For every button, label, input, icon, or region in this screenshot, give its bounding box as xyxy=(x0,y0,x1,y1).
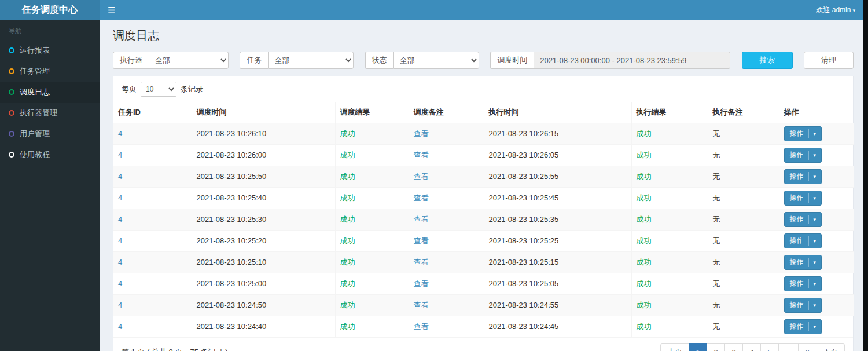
trigger-result-cell: 成功 xyxy=(335,166,409,187)
column-header: 执行时间 xyxy=(484,102,631,123)
page-button-1[interactable]: 1 xyxy=(689,343,707,351)
executor-filter-select[interactable]: 全部 xyxy=(149,52,229,69)
row-action-button[interactable]: 操作 ▾ xyxy=(784,298,822,313)
top-navbar: ☰ 欢迎 admin▾ xyxy=(100,0,863,20)
chevron-down-icon: ▾ xyxy=(814,238,816,244)
job-id-link[interactable]: 4 xyxy=(118,301,122,309)
button-divider xyxy=(808,279,809,288)
table-row: 4 2021-08-23 10:25:40 成功 查看 2021-08-23 1… xyxy=(113,187,854,209)
row-action-label: 操作 xyxy=(790,171,804,181)
row-action-button[interactable]: 操作 ▾ xyxy=(784,319,822,334)
job-id-link[interactable]: 4 xyxy=(118,236,122,245)
sidebar-item-用户管理[interactable]: 用户管理 xyxy=(0,123,100,144)
view-remark-link[interactable]: 查看 xyxy=(414,172,429,181)
handle-result-cell: 成功 xyxy=(631,230,708,251)
sidebar-item-label: 使用教程 xyxy=(20,149,50,160)
row-action-button[interactable]: 操作 ▾ xyxy=(784,276,822,291)
time-range-input[interactable] xyxy=(534,52,730,69)
page-button-5[interactable]: 5 xyxy=(760,343,779,351)
job-filter-select[interactable]: 全部 xyxy=(268,52,354,69)
page-size-control: 每页 10 条记录 xyxy=(113,76,853,102)
sidebar-item-运行报表[interactable]: 运行报表 xyxy=(0,40,100,61)
job-id-link[interactable]: 4 xyxy=(118,151,122,159)
job-id-link[interactable]: 4 xyxy=(118,193,122,202)
row-action-button[interactable]: 操作 ▾ xyxy=(784,148,822,163)
chevron-down-icon: ▾ xyxy=(814,217,816,222)
row-action-label: 操作 xyxy=(790,257,804,267)
view-remark-link[interactable]: 查看 xyxy=(414,258,429,266)
handle-remark-cell: 无 xyxy=(708,230,779,251)
table-row: 4 2021-08-23 10:25:20 成功 查看 2021-08-23 1… xyxy=(113,230,854,251)
user-menu[interactable]: 欢迎 admin▾ xyxy=(816,5,855,15)
handle-time-cell: 2021-08-23 10:24:55 xyxy=(484,294,631,316)
column-header: 调度时间 xyxy=(192,102,335,123)
row-action-button[interactable]: 操作 ▾ xyxy=(784,169,822,184)
sidebar: 导航 运行报表 任务管理 调度日志 执行器管理 用户管理 使用教程 xyxy=(0,20,100,351)
table-row: 4 2021-08-23 10:24:50 成功 查看 2021-08-23 1… xyxy=(113,294,854,316)
job-id-link[interactable]: 4 xyxy=(118,129,122,138)
handle-time-cell: 2021-08-23 10:26:15 xyxy=(484,123,631,144)
table-row: 4 2021-08-23 10:25:10 成功 查看 2021-08-23 1… xyxy=(113,251,854,273)
job-id-link[interactable]: 4 xyxy=(118,215,122,224)
row-action-button[interactable]: 操作 ▾ xyxy=(784,191,822,206)
executor-filter-label: 执行器 xyxy=(113,52,149,69)
view-remark-link[interactable]: 查看 xyxy=(414,151,429,159)
column-header: 操作 xyxy=(779,102,854,123)
search-button[interactable]: 搜索 xyxy=(742,52,793,69)
job-id-link[interactable]: 4 xyxy=(118,258,122,266)
page-button-下页[interactable]: 下页 xyxy=(816,343,845,351)
chevron-down-icon: ▾ xyxy=(814,259,816,265)
trigger-time-cell: 2021-08-23 10:25:20 xyxy=(192,230,335,251)
view-remark-link[interactable]: 查看 xyxy=(414,322,429,331)
view-remark-link[interactable]: 查看 xyxy=(414,129,429,138)
page-button-8[interactable]: 8 xyxy=(798,343,816,351)
handle-result-cell: 成功 xyxy=(631,209,708,230)
status-filter-select[interactable]: 全部 xyxy=(393,52,479,69)
page-size-select[interactable]: 10 xyxy=(141,82,176,97)
table-row: 4 2021-08-23 10:24:40 成功 查看 2021-08-23 1… xyxy=(113,316,854,337)
job-id-link[interactable]: 4 xyxy=(118,279,122,288)
screen: 任务调度中心 ☰ 欢迎 admin▾ 导航 运行报表 任务管理 调度日志 执行器… xyxy=(0,0,868,351)
sidebar-item-执行器管理[interactable]: 执行器管理 xyxy=(0,103,100,123)
job-id-link[interactable]: 4 xyxy=(118,172,122,181)
view-remark-link[interactable]: 查看 xyxy=(414,193,429,202)
sidebar-toggle-icon[interactable]: ☰ xyxy=(108,6,115,14)
row-action-label: 操作 xyxy=(790,321,804,331)
row-action-button[interactable]: 操作 ▾ xyxy=(784,212,822,227)
row-action-button[interactable]: 操作 ▾ xyxy=(784,126,822,141)
row-action-label: 操作 xyxy=(790,214,804,224)
sidebar-item-label: 任务管理 xyxy=(20,66,50,76)
column-header: 调度备注 xyxy=(409,102,484,123)
sidebar-item-任务管理[interactable]: 任务管理 xyxy=(0,61,100,82)
row-action-button[interactable]: 操作 ▾ xyxy=(784,255,822,270)
view-remark-link[interactable]: 查看 xyxy=(414,301,429,309)
view-remark-link[interactable]: 查看 xyxy=(414,215,429,224)
handle-remark-cell: 无 xyxy=(708,294,779,316)
page-button-2[interactable]: 2 xyxy=(707,343,725,351)
clear-button[interactable]: 清理 xyxy=(804,52,854,69)
trigger-result-cell: 成功 xyxy=(335,273,409,294)
button-divider xyxy=(808,301,809,310)
handle-result-cell: 成功 xyxy=(631,273,708,294)
status-filter-label: 状态 xyxy=(365,52,393,69)
row-action-button[interactable]: 操作 ▾ xyxy=(784,233,822,248)
log-table: 任务ID调度时间调度结果调度备注执行时间执行结果执行备注操作 4 2021-08… xyxy=(113,102,854,337)
handle-remark-cell: 无 xyxy=(708,166,779,187)
handle-remark-cell: 无 xyxy=(708,187,779,209)
handle-time-cell: 2021-08-23 10:25:25 xyxy=(484,230,631,251)
sidebar-item-label: 运行报表 xyxy=(20,45,50,56)
page-button-4[interactable]: 4 xyxy=(742,343,761,351)
row-action-label: 操作 xyxy=(790,193,804,203)
page-button-3[interactable]: 3 xyxy=(724,343,743,351)
page-title: 调度日志 xyxy=(113,28,854,43)
view-remark-link[interactable]: 查看 xyxy=(414,279,429,288)
sidebar-item-调度日志[interactable]: 调度日志 xyxy=(0,82,100,103)
page-button-上页[interactable]: 上页 xyxy=(660,343,689,351)
sidebar-item-使用教程[interactable]: 使用教程 xyxy=(0,144,100,165)
handle-time-cell: 2021-08-23 10:25:05 xyxy=(484,273,631,294)
column-header: 执行备注 xyxy=(708,102,779,123)
view-remark-link[interactable]: 查看 xyxy=(414,236,429,245)
chevron-down-icon: ▾ xyxy=(814,131,816,137)
job-id-link[interactable]: 4 xyxy=(118,322,122,331)
trigger-time-cell: 2021-08-23 10:24:40 xyxy=(192,316,335,337)
